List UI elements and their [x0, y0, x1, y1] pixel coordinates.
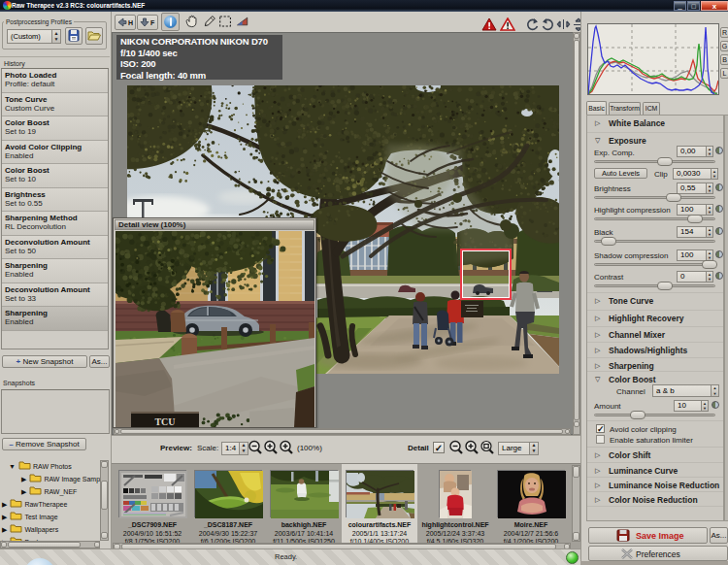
svg-text:F: F [150, 19, 155, 26]
svg-text:TCU: TCU [154, 416, 175, 427]
svg-text:H: H [128, 19, 133, 26]
